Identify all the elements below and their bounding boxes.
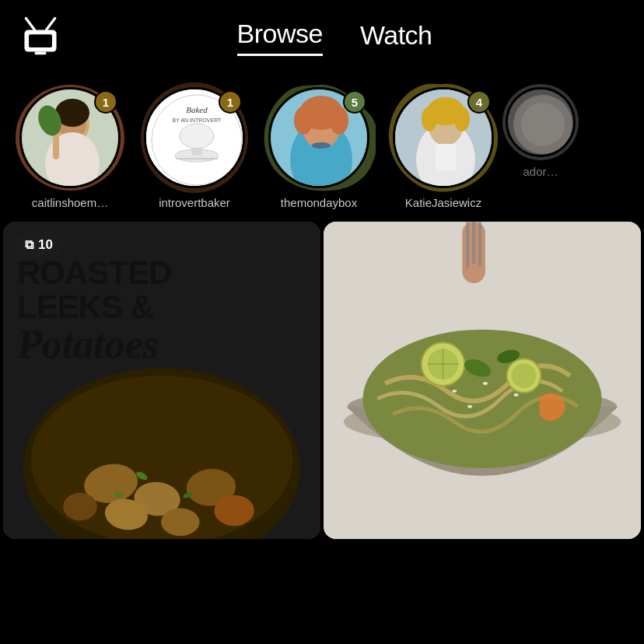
content-grid: ROASTED LEEKS & Potatoes ⧉ 10: [0, 222, 644, 539]
svg-point-40: [521, 103, 565, 146]
story-item[interactable]: 5 themondaybox: [257, 87, 381, 209]
tab-browse[interactable]: Browse: [237, 19, 323, 56]
svg-point-26: [294, 107, 313, 135]
svg-point-35: [454, 107, 470, 131]
svg-point-71: [452, 390, 457, 393]
main-nav: Browse Watch: [87, 19, 625, 56]
stories-row: 1 caitlinshoem… Baked BY AN I: [0, 75, 644, 222]
story-username: KatieJasiewicz: [405, 196, 481, 209]
svg-point-27: [330, 107, 348, 135]
story-username: caitlinshoem…: [32, 196, 108, 209]
leeks-title-line2: LEEKS &: [17, 290, 171, 324]
svg-point-72: [483, 382, 488, 385]
story-item[interactable]: 4 KatieJasiewicz: [381, 87, 506, 209]
story-avatar-katie[interactable]: 4: [393, 87, 494, 188]
grid-item-leeks[interactable]: ROASTED LEEKS & Potatoes ⧉ 10: [3, 222, 320, 539]
svg-rect-58: [472, 222, 475, 264]
badge-count: 10: [38, 237, 53, 253]
story-avatar-baked[interactable]: Baked BY AN INTROVERT 1: [144, 87, 245, 188]
svg-line-2: [26, 19, 34, 30]
svg-rect-21: [176, 158, 218, 159]
story-badge-count: 1: [94, 90, 117, 114]
layers-icon: ⧉: [25, 238, 33, 252]
svg-rect-36: [436, 144, 456, 171]
svg-point-50: [214, 495, 254, 527]
leeks-title-line3: Potatoes: [17, 324, 171, 365]
story-item[interactable]: Baked BY AN INTROVERT 1 introvertbaker: [132, 87, 257, 209]
story-item[interactable]: ador…: [506, 87, 576, 209]
grid-item-pasta[interactable]: [324, 222, 641, 539]
svg-point-34: [422, 107, 437, 131]
story-badge-count: 5: [343, 90, 366, 114]
svg-rect-57: [466, 222, 469, 268]
svg-rect-59: [478, 222, 481, 266]
app-header: Browse Watch: [0, 0, 644, 75]
story-avatar-monday[interactable]: 5: [268, 87, 369, 188]
story-badge-count: 1: [219, 90, 242, 114]
story-avatar-ador[interactable]: [506, 87, 576, 157]
svg-rect-1: [29, 34, 52, 47]
story-username: introvertbaker: [159, 196, 230, 209]
svg-text:BY AN INTROVERT: BY AN INTROVERT: [173, 117, 222, 123]
app-logo: [19, 14, 62, 61]
svg-line-3: [46, 19, 54, 30]
svg-point-28: [312, 142, 331, 149]
svg-point-49: [63, 493, 97, 521]
leeks-text-overlay: ROASTED LEEKS & Potatoes: [17, 256, 171, 365]
tab-watch[interactable]: Watch: [360, 20, 432, 55]
leeks-title-line1: ROASTED: [17, 256, 171, 290]
story-username: themondaybox: [281, 196, 357, 209]
svg-point-73: [514, 394, 519, 397]
svg-rect-4: [35, 52, 47, 55]
svg-text:Baked: Baked: [186, 105, 208, 114]
story-username: ador…: [523, 165, 558, 178]
svg-point-18: [180, 124, 214, 149]
svg-point-48: [161, 508, 200, 536]
svg-point-68: [512, 363, 537, 388]
story-avatar-caitlin[interactable]: 1: [19, 87, 121, 188]
svg-point-74: [467, 405, 472, 408]
story-item[interactable]: 1 caitlinshoem…: [8, 87, 132, 209]
story-badge-count: 4: [467, 90, 491, 114]
